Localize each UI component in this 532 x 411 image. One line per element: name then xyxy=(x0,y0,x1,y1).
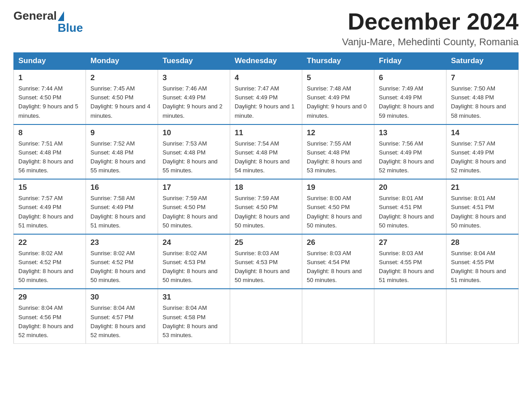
day-number: 30 xyxy=(90,293,153,302)
day-info: Sunrise: 8:04 AMSunset: 4:56 PMDaylight:… xyxy=(18,304,81,340)
calendar-day-cell: 13Sunrise: 7:56 AMSunset: 4:49 PMDayligh… xyxy=(374,124,446,180)
daylight-text: Daylight: 8 hours and 52 minutes. xyxy=(379,158,434,174)
day-number: 23 xyxy=(90,238,153,247)
daylight-text: Daylight: 8 hours and 50 minutes. xyxy=(307,213,362,229)
calendar-empty-cell xyxy=(374,289,446,343)
day-of-week-header: Sunday xyxy=(14,53,86,70)
day-info: Sunrise: 8:03 AMSunset: 4:54 PMDaylight:… xyxy=(307,249,369,285)
day-number: 2 xyxy=(90,73,153,82)
daylight-text: Daylight: 8 hours and 50 minutes. xyxy=(90,268,146,283)
calendar-day-cell: 8Sunrise: 7:51 AMSunset: 4:48 PMDaylight… xyxy=(14,124,86,180)
sunrise-text: Sunrise: 7:44 AM xyxy=(18,85,63,92)
calendar-day-cell: 31Sunrise: 8:04 AMSunset: 4:58 PMDayligh… xyxy=(158,289,230,343)
day-of-week-header: Friday xyxy=(374,53,446,70)
sunset-text: Sunset: 4:50 PM xyxy=(307,204,350,210)
day-number: 26 xyxy=(307,238,369,247)
sunrise-text: Sunrise: 7:48 AM xyxy=(307,85,351,92)
day-number: 10 xyxy=(163,128,225,137)
day-of-week-header: Monday xyxy=(86,53,158,70)
daylight-text: Daylight: 8 hours and 52 minutes. xyxy=(18,323,73,338)
day-number: 29 xyxy=(18,293,81,302)
sunrise-text: Sunrise: 8:02 AM xyxy=(163,250,207,257)
day-number: 16 xyxy=(90,183,153,192)
day-info: Sunrise: 8:02 AMSunset: 4:53 PMDaylight:… xyxy=(163,249,225,285)
day-info: Sunrise: 7:55 AMSunset: 4:48 PMDaylight:… xyxy=(307,139,369,176)
day-number: 5 xyxy=(307,73,369,82)
sunset-text: Sunset: 4:51 PM xyxy=(451,204,494,210)
daylight-text: Daylight: 8 hours and 52 minutes. xyxy=(451,158,506,174)
sunset-text: Sunset: 4:48 PM xyxy=(235,149,278,156)
day-info: Sunrise: 8:02 AMSunset: 4:52 PMDaylight:… xyxy=(18,249,81,285)
sunrise-text: Sunrise: 8:03 AM xyxy=(379,250,423,257)
sunrise-text: Sunrise: 7:55 AM xyxy=(307,140,351,147)
day-info: Sunrise: 7:51 AMSunset: 4:48 PMDaylight:… xyxy=(18,139,81,176)
day-number: 9 xyxy=(90,128,153,137)
daylight-text: Daylight: 8 hours and 53 minutes. xyxy=(163,323,218,338)
day-info: Sunrise: 7:58 AMSunset: 4:49 PMDaylight:… xyxy=(90,194,153,230)
daylight-text: Daylight: 8 hours and 51 minutes. xyxy=(18,213,73,229)
sunset-text: Sunset: 4:49 PM xyxy=(379,94,422,101)
day-number: 7 xyxy=(451,73,514,82)
sunrise-text: Sunrise: 7:53 AM xyxy=(163,140,207,147)
day-number: 12 xyxy=(307,128,369,137)
daylight-text: Daylight: 8 hours and 58 minutes. xyxy=(451,103,506,119)
calendar-day-cell: 5Sunrise: 7:48 AMSunset: 4:49 PMDaylight… xyxy=(302,69,374,124)
calendar-day-cell: 11Sunrise: 7:54 AMSunset: 4:48 PMDayligh… xyxy=(230,124,302,180)
day-info: Sunrise: 7:49 AMSunset: 4:49 PMDaylight:… xyxy=(379,84,442,120)
day-info: Sunrise: 8:04 AMSunset: 4:55 PMDaylight:… xyxy=(451,249,514,285)
day-of-week-header: Thursday xyxy=(302,53,374,70)
day-info: Sunrise: 7:59 AMSunset: 4:50 PMDaylight:… xyxy=(235,194,297,230)
day-info: Sunrise: 7:46 AMSunset: 4:49 PMDaylight:… xyxy=(163,84,225,120)
sunrise-text: Sunrise: 7:52 AM xyxy=(90,140,135,147)
daylight-text: Daylight: 9 hours and 2 minutes. xyxy=(163,103,223,119)
day-info: Sunrise: 7:59 AMSunset: 4:50 PMDaylight:… xyxy=(163,194,225,230)
sunrise-text: Sunrise: 8:01 AM xyxy=(379,195,423,201)
sunrise-text: Sunrise: 8:04 AM xyxy=(451,250,495,257)
sunrise-text: Sunrise: 8:00 AM xyxy=(307,195,351,201)
day-number: 4 xyxy=(235,73,297,82)
sunrise-text: Sunrise: 7:46 AM xyxy=(163,85,207,92)
sunset-text: Sunset: 4:49 PM xyxy=(163,94,206,101)
sunset-text: Sunset: 4:53 PM xyxy=(163,259,206,265)
calendar-day-cell: 3Sunrise: 7:46 AMSunset: 4:49 PMDaylight… xyxy=(158,69,230,124)
calendar-day-cell: 27Sunrise: 8:03 AMSunset: 4:55 PMDayligh… xyxy=(374,234,446,289)
daylight-text: Daylight: 8 hours and 53 minutes. xyxy=(307,158,362,174)
sunrise-text: Sunrise: 8:04 AM xyxy=(18,304,63,311)
calendar-day-cell: 22Sunrise: 8:02 AMSunset: 4:52 PMDayligh… xyxy=(14,234,86,289)
day-of-week-header: Wednesday xyxy=(230,53,302,70)
day-number: 21 xyxy=(451,183,514,192)
day-info: Sunrise: 8:01 AMSunset: 4:51 PMDaylight:… xyxy=(451,194,514,230)
day-number: 20 xyxy=(379,183,442,192)
calendar-day-cell: 21Sunrise: 8:01 AMSunset: 4:51 PMDayligh… xyxy=(446,179,519,234)
calendar-day-cell: 10Sunrise: 7:53 AMSunset: 4:48 PMDayligh… xyxy=(158,124,230,180)
day-info: Sunrise: 8:04 AMSunset: 4:57 PMDaylight:… xyxy=(90,304,153,340)
calendar-day-cell: 16Sunrise: 7:58 AMSunset: 4:49 PMDayligh… xyxy=(86,179,158,234)
daylight-text: Daylight: 8 hours and 55 minutes. xyxy=(90,158,146,174)
day-number: 24 xyxy=(163,238,225,247)
sunrise-text: Sunrise: 7:57 AM xyxy=(451,140,495,147)
daylight-text: Daylight: 8 hours and 50 minutes. xyxy=(235,268,290,283)
day-number: 17 xyxy=(163,183,225,192)
sunset-text: Sunset: 4:49 PM xyxy=(451,149,494,156)
sunset-text: Sunset: 4:52 PM xyxy=(90,259,133,265)
day-number: 28 xyxy=(451,238,514,247)
sunrise-text: Sunrise: 7:57 AM xyxy=(18,195,63,201)
daylight-text: Daylight: 8 hours and 50 minutes. xyxy=(18,268,73,283)
calendar-subtitle: Vanju-Mare, Mehedinti County, Romania xyxy=(342,36,519,48)
calendar-empty-cell xyxy=(230,289,302,343)
day-of-week-header: Saturday xyxy=(446,53,519,70)
calendar-day-cell: 29Sunrise: 8:04 AMSunset: 4:56 PMDayligh… xyxy=(14,289,86,343)
day-number: 27 xyxy=(379,238,442,247)
daylight-text: Daylight: 9 hours and 1 minute. xyxy=(235,103,295,119)
sunset-text: Sunset: 4:49 PM xyxy=(90,204,133,210)
calendar-table: SundayMondayTuesdayWednesdayThursdayFrid… xyxy=(13,52,519,344)
sunrise-text: Sunrise: 7:59 AM xyxy=(163,195,207,201)
day-number: 14 xyxy=(451,128,514,137)
calendar-day-cell: 18Sunrise: 7:59 AMSunset: 4:50 PMDayligh… xyxy=(230,179,302,234)
day-info: Sunrise: 8:00 AMSunset: 4:50 PMDaylight:… xyxy=(307,194,369,230)
calendar-day-cell: 6Sunrise: 7:49 AMSunset: 4:49 PMDaylight… xyxy=(374,69,446,124)
calendar-day-cell: 25Sunrise: 8:03 AMSunset: 4:53 PMDayligh… xyxy=(230,234,302,289)
daylight-text: Daylight: 8 hours and 52 minutes. xyxy=(90,323,146,338)
sunset-text: Sunset: 4:49 PM xyxy=(18,204,61,210)
calendar-week-row: 15Sunrise: 7:57 AMSunset: 4:49 PMDayligh… xyxy=(14,179,519,234)
